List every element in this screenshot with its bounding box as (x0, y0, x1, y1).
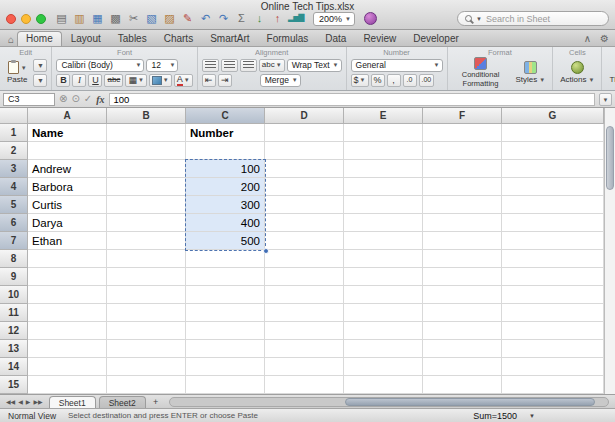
cell-G12[interactable] (502, 322, 604, 340)
cell-C14[interactable] (186, 358, 265, 376)
new-document-icon[interactable]: ▤ (54, 10, 69, 26)
borders-button[interactable]: ▦▼ (125, 74, 146, 87)
cell-B14[interactable] (107, 358, 186, 376)
cell-G2[interactable] (502, 142, 604, 160)
actions-button[interactable]: Actions▼ (557, 61, 597, 84)
tab-home[interactable]: Home (17, 31, 62, 46)
bold-button[interactable]: B (56, 74, 70, 87)
cell-F10[interactable] (423, 286, 502, 304)
cell-C11[interactable] (186, 304, 265, 322)
cell-G15[interactable] (502, 376, 604, 394)
cell-F3[interactable] (423, 160, 502, 178)
cell-C8[interactable] (186, 250, 265, 268)
cell-C6[interactable]: 400 (186, 214, 265, 232)
cell-F9[interactable] (423, 268, 502, 286)
cell-D15[interactable] (265, 376, 344, 394)
cell-B9[interactable] (107, 268, 186, 286)
cell-G14[interactable] (502, 358, 604, 376)
cell-B2[interactable] (107, 142, 186, 160)
cell-D4[interactable] (265, 178, 344, 196)
row-header-9[interactable]: 9 (0, 268, 28, 286)
add-sheet-button[interactable]: + (149, 397, 163, 407)
wrap-text-combo[interactable]: Wrap Text ▼ (287, 59, 342, 72)
cell-A8[interactable] (28, 250, 107, 268)
cell-A15[interactable] (28, 376, 107, 394)
autosum-icon[interactable]: Σ (234, 10, 249, 26)
align-center-button[interactable] (221, 59, 238, 72)
cell-C10[interactable] (186, 286, 265, 304)
cell-F5[interactable] (423, 196, 502, 214)
open-icon[interactable]: ▥ (72, 10, 87, 26)
cell-B4[interactable] (107, 178, 186, 196)
cell-E5[interactable] (344, 196, 423, 214)
save-icon[interactable]: ▦ (90, 10, 105, 26)
cell-E12[interactable] (344, 322, 423, 340)
minimize-button[interactable] (21, 14, 31, 24)
row-header-15[interactable]: 15 (0, 376, 28, 394)
cell-G6[interactable] (502, 214, 604, 232)
cell-A11[interactable] (28, 304, 107, 322)
close-button[interactable] (6, 14, 16, 24)
cell-C12[interactable] (186, 322, 265, 340)
sort-ascending-icon[interactable]: ↓ (252, 10, 267, 26)
font-size-combo[interactable]: 12 ▼ (146, 59, 178, 72)
cell-D14[interactable] (265, 358, 344, 376)
cell-F8[interactable] (423, 250, 502, 268)
cell-G10[interactable] (502, 286, 604, 304)
cell-A9[interactable] (28, 268, 107, 286)
cell-B15[interactable] (107, 376, 186, 394)
cell-D1[interactable] (265, 124, 344, 142)
cell-D10[interactable] (265, 286, 344, 304)
expand-formula-bar-icon[interactable]: ▼ (599, 93, 612, 106)
cell-D11[interactable] (265, 304, 344, 322)
conditional-formatting-button[interactable]: Conditional Formatting (452, 57, 510, 88)
gallery-chart-icon[interactable]: ▂▅▇ (288, 10, 303, 26)
prev-sheet-icon[interactable]: ◀ (18, 398, 23, 405)
cell-A13[interactable] (28, 340, 107, 358)
undo-icon[interactable]: ↶ (198, 10, 213, 26)
row-header-6[interactable]: 6 (0, 214, 28, 232)
cell-E8[interactable] (344, 250, 423, 268)
cell-A12[interactable] (28, 322, 107, 340)
cell-C15[interactable] (186, 376, 265, 394)
align-right-button[interactable] (240, 59, 257, 72)
orientation-button[interactable]: abc▼ (259, 59, 285, 72)
cell-F4[interactable] (423, 178, 502, 196)
themes-button[interactable]: Aa Themes▼ (606, 62, 615, 84)
tab-data[interactable]: Data (317, 31, 354, 46)
row-header-7[interactable]: 7 (0, 232, 28, 250)
decrease-decimal-button[interactable]: .00 (419, 74, 435, 87)
last-sheet-icon[interactable]: ▶▶ (33, 398, 42, 405)
zoom-control[interactable]: 200% ▼ (313, 12, 355, 26)
column-header-G[interactable]: G (502, 108, 604, 124)
cell-D8[interactable] (265, 250, 344, 268)
row-header-2[interactable]: 2 (0, 142, 28, 160)
row-header-11[interactable]: 11 (0, 304, 28, 322)
styles-button[interactable]: Styles▼ (513, 61, 549, 84)
cell-D3[interactable] (265, 160, 344, 178)
horizontal-scrollbar-thumb[interactable] (345, 398, 595, 406)
column-header-F[interactable]: F (423, 108, 502, 124)
italic-button[interactable]: I (72, 74, 86, 87)
cell-A10[interactable] (28, 286, 107, 304)
sum-options-arrow-icon[interactable]: ▼ (529, 413, 535, 419)
tab-formulas[interactable]: Formulas (259, 31, 317, 46)
cell-G8[interactable] (502, 250, 604, 268)
cell-C3[interactable]: 100 (186, 160, 265, 178)
cell-D6[interactable] (265, 214, 344, 232)
cell-F12[interactable] (423, 322, 502, 340)
row-header-4[interactable]: 4 (0, 178, 28, 196)
cell-A1[interactable]: Name (28, 124, 107, 142)
strikethrough-button[interactable]: abc (104, 74, 123, 87)
cell-E1[interactable] (344, 124, 423, 142)
merge-combo[interactable]: Merge ▼ (260, 74, 301, 87)
cell-B7[interactable] (107, 232, 186, 250)
tab-layout[interactable]: Layout (63, 31, 109, 46)
cell-F14[interactable] (423, 358, 502, 376)
cell-A2[interactable] (28, 142, 107, 160)
cell-F7[interactable] (423, 232, 502, 250)
cell-F11[interactable] (423, 304, 502, 322)
row-header-10[interactable]: 10 (0, 286, 28, 304)
cell-B12[interactable] (107, 322, 186, 340)
select-all-corner[interactable] (0, 108, 28, 124)
